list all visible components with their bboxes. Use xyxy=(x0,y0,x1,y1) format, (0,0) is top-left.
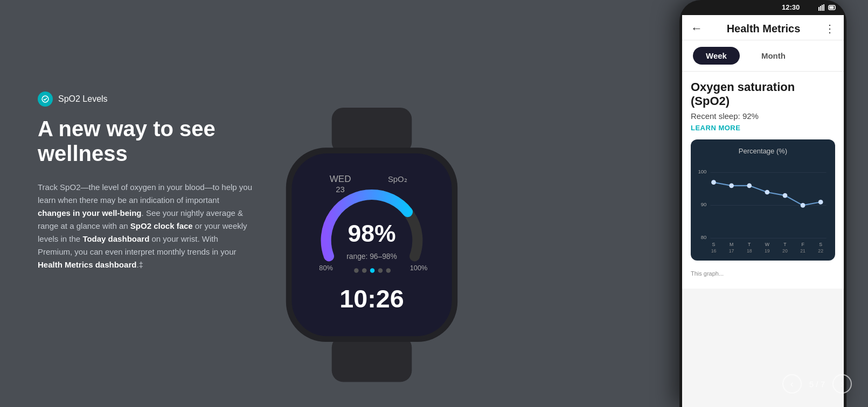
svg-text:18: 18 xyxy=(747,248,752,254)
prev-arrow[interactable]: ‹ xyxy=(782,374,802,394)
svg-text:17: 17 xyxy=(729,248,734,254)
chart-title: Percentage (%) xyxy=(697,147,829,155)
left-section: SpO2 Levels A new way to see wellness Tr… xyxy=(38,92,253,271)
body-text: Track SpO2—the level of oxygen in your b… xyxy=(38,181,253,271)
svg-text:100: 100 xyxy=(698,169,706,174)
svg-text:21: 21 xyxy=(800,248,805,254)
svg-rect-18 xyxy=(820,6,821,11)
chart-svg: 100 90 80 xyxy=(697,159,829,255)
app-header: ← Health Metrics ⋮ xyxy=(682,15,844,40)
status-time: 12:30 xyxy=(782,3,800,11)
svg-text:23: 23 xyxy=(336,185,345,194)
svg-point-11 xyxy=(370,268,374,272)
svg-point-34 xyxy=(783,193,788,198)
svg-point-36 xyxy=(818,200,823,205)
status-bar: 12:30 xyxy=(690,3,836,11)
svg-text:WED: WED xyxy=(330,174,351,184)
next-arrow[interactable]: › xyxy=(832,374,852,394)
svg-text:80%: 80% xyxy=(319,264,332,272)
svg-point-33 xyxy=(765,190,769,195)
svg-point-9 xyxy=(354,268,358,272)
svg-text:22: 22 xyxy=(818,248,823,254)
svg-text:T: T xyxy=(783,242,787,247)
svg-text:T: T xyxy=(748,242,751,247)
tab-week[interactable]: Week xyxy=(693,47,740,65)
phone-screen: ← Health Metrics ⋮ Week Month Oxygen sat… xyxy=(682,15,844,407)
svg-text:range: 96–98%: range: 96–98% xyxy=(346,252,397,261)
svg-text:M: M xyxy=(730,242,733,247)
back-button[interactable]: ← xyxy=(691,22,703,36)
svg-text:98%: 98% xyxy=(348,220,395,247)
more-button[interactable]: ⋮ xyxy=(824,22,835,35)
svg-rect-22 xyxy=(830,6,834,9)
svg-text:S: S xyxy=(819,242,822,247)
app-title: Health Metrics xyxy=(703,23,824,35)
brand-badge: SpO2 Levels xyxy=(38,92,253,107)
svg-point-32 xyxy=(747,183,752,188)
tab-month[interactable]: Month xyxy=(748,47,798,65)
chart-container: Percentage (%) 100 90 80 xyxy=(691,139,835,261)
svg-point-13 xyxy=(386,268,391,272)
svg-point-10 xyxy=(362,268,366,272)
tab-bar: Week Month xyxy=(682,40,844,72)
app-content: Oxygen saturation (SpO2) Recent sleep: 9… xyxy=(682,72,844,289)
spo2-icon xyxy=(38,92,53,107)
svg-rect-19 xyxy=(822,5,823,11)
svg-rect-1 xyxy=(332,336,412,382)
svg-point-30 xyxy=(711,180,716,185)
svg-text:19: 19 xyxy=(765,248,770,254)
phone-frame: 12:30 ← Health Metrics xyxy=(679,0,846,407)
this-graph-note: This graph... xyxy=(691,267,835,280)
status-icons xyxy=(818,4,836,11)
svg-text:20: 20 xyxy=(782,248,788,254)
svg-rect-0 xyxy=(332,108,412,153)
svg-point-12 xyxy=(378,268,383,272)
nav-arrows: ‹ 5 / 7 › xyxy=(782,374,852,394)
svg-point-35 xyxy=(801,203,805,208)
learn-more-button[interactable]: LEARN MORE xyxy=(691,124,835,132)
svg-text:90: 90 xyxy=(701,201,707,207)
nav-counter: 5 / 7 xyxy=(809,380,825,389)
headline: A new way to see wellness xyxy=(38,116,253,166)
metric-subtitle: Recent sleep: 92% xyxy=(691,111,835,121)
svg-text:SpO₂: SpO₂ xyxy=(388,175,407,184)
svg-text:10:26: 10:26 xyxy=(339,285,404,313)
svg-text:100%: 100% xyxy=(410,264,428,272)
svg-text:S: S xyxy=(712,242,716,247)
svg-rect-20 xyxy=(823,4,824,11)
phone-container: 12:30 ← Health Metrics xyxy=(679,0,868,407)
brand-label: SpO2 Levels xyxy=(58,94,108,104)
svg-text:80: 80 xyxy=(701,234,707,240)
svg-rect-17 xyxy=(818,7,820,11)
svg-point-31 xyxy=(729,183,734,188)
watch-container: WED 23 SpO₂ 98% range: 96–98% 80% 100% 1… xyxy=(232,108,512,388)
metric-title: Oxygen saturation (SpO2) xyxy=(691,80,835,108)
svg-text:F: F xyxy=(801,242,804,247)
svg-text:W: W xyxy=(765,242,770,247)
svg-text:16: 16 xyxy=(711,248,717,254)
